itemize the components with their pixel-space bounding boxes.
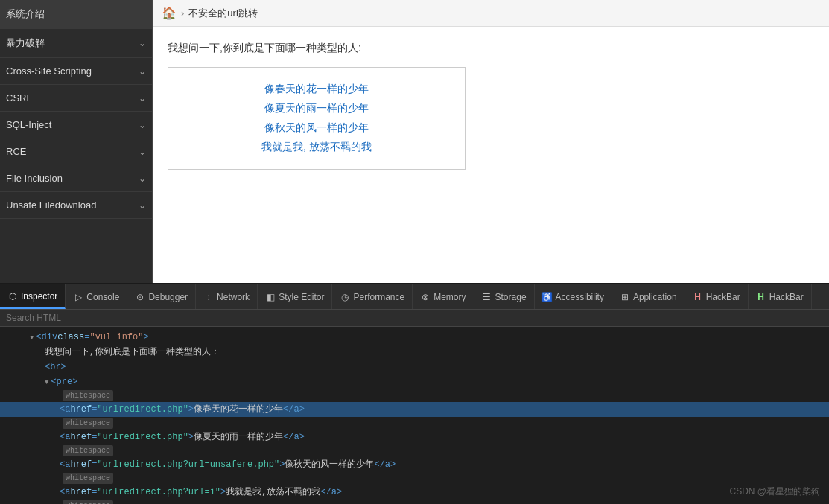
chevron-down-icon: ⌄ <box>139 120 146 130</box>
chevron-down-icon: ⌄ <box>139 200 146 211</box>
option-link-4[interactable]: 我就是我, 放荡不羁的我 <box>198 141 435 154</box>
html-line: whitespace <box>0 444 829 457</box>
tab-style-editor[interactable]: ◧ Style Editor <box>258 284 332 309</box>
tab-hackbar-2-label: HackBar <box>769 292 804 302</box>
chevron-down-icon: ⌄ <box>139 38 146 48</box>
application-icon: ⊞ <box>620 292 630 302</box>
hackbar-icon-1: H <box>693 292 703 302</box>
memory-icon: ⊗ <box>420 292 431 302</box>
search-bar <box>0 310 829 327</box>
page-title: 不安全的url跳转 <box>188 7 257 20</box>
tab-hackbar-1[interactable]: H HackBar <box>685 284 749 309</box>
breadcrumb: 🏠 › 不安全的url跳转 <box>153 0 829 27</box>
tab-application[interactable]: ⊞ Application <box>612 284 685 309</box>
chevron-down-icon: ⌄ <box>139 147 146 157</box>
sidebar-item-label: CSRF <box>6 92 32 103</box>
tab-style-editor-label: Style Editor <box>279 292 324 302</box>
tab-memory-label: Memory <box>433 292 466 302</box>
html-line: <br> <box>0 360 829 374</box>
tab-application-label: Application <box>633 292 677 302</box>
expand-icon[interactable] <box>30 331 36 344</box>
hackbar-icon-2: H <box>756 292 766 302</box>
debugger-icon: ⊙ <box>135 292 145 302</box>
whitespace-badge: whitespace <box>63 418 113 429</box>
tab-network-label: Network <box>217 292 250 302</box>
watermark: CSDN @看星狸的柴狗 <box>729 485 820 498</box>
tab-accessibility[interactable]: ♿ Accessibility <box>535 284 612 309</box>
breadcrumb-separator: › <box>181 7 184 19</box>
style-editor-icon: ◧ <box>265 292 276 302</box>
chevron-down-icon: ⌄ <box>139 66 146 77</box>
tab-performance-label: Performance <box>353 292 404 302</box>
inspector-icon: ⬡ <box>7 291 18 302</box>
tab-network[interactable]: ↕ Network <box>196 284 258 309</box>
chevron-down-icon: ⌄ <box>139 173 146 184</box>
whitespace-badge: whitespace <box>63 390 113 401</box>
page-question: 我想问一下,你到底是下面哪一种类型的人: <box>168 42 814 55</box>
sidebar-item-intro[interactable]: 系统介绍 <box>0 0 152 29</box>
html-line: <a href="urlredirect.php">像夏天的雨一样的少年</a> <box>0 430 829 444</box>
home-icon[interactable]: 🏠 <box>162 6 177 20</box>
sidebar-item-label: Cross-Site Scripting <box>6 66 92 77</box>
sidebar: 系统介绍 暴力破解 ⌄ Cross-Site Scripting ⌄ CSRF … <box>0 0 153 283</box>
html-line: <a href="urlredirect.php?url=unsafere.ph… <box>0 457 829 472</box>
chevron-down-icon: ⌄ <box>139 93 146 103</box>
sidebar-item-label: SQL-Inject <box>6 119 51 130</box>
network-icon: ↕ <box>203 292 214 302</box>
sidebar-item-fileinclusion[interactable]: File Inclusion ⌄ <box>0 165 152 192</box>
tab-hackbar-2[interactable]: H HackBar <box>749 284 812 309</box>
search-input[interactable] <box>6 313 155 323</box>
tab-inspector[interactable]: ⬡ Inspector <box>0 284 66 309</box>
main-content: 🏠 › 不安全的url跳转 我想问一下,你到底是下面哪一种类型的人: 像春天的花… <box>153 0 829 283</box>
whitespace-badge: whitespace <box>63 500 113 504</box>
tab-performance[interactable]: ◷ Performance <box>332 284 413 309</box>
storage-icon: ☰ <box>482 292 492 302</box>
accessibility-icon: ♿ <box>542 292 553 302</box>
tab-debugger-label: Debugger <box>148 292 188 302</box>
whitespace-badge: whitespace <box>63 445 113 456</box>
devtools-tabs: ⬡ Inspector ▷ Console ⊙ Debugger ↕ Netwo… <box>0 283 829 310</box>
option-link-1[interactable]: 像春天的花一样的少年 <box>198 83 435 96</box>
sidebar-item-label: 系统介绍 <box>6 7 45 21</box>
html-line: <pre> <box>0 374 829 389</box>
html-line: whitespace <box>0 417 829 430</box>
sidebar-item-label: RCE <box>6 146 26 157</box>
html-line: <div class="vul info"> <box>0 330 829 345</box>
sidebar-item-rce[interactable]: RCE ⌄ <box>0 138 152 165</box>
expand-icon[interactable] <box>45 375 51 389</box>
html-inspector: <div class="vul info"> 我想问一下,你到底是下面哪一种类型… <box>0 327 829 504</box>
html-line: <a href="urlredirect.php?url=i">我就是我,放荡不… <box>0 485 829 500</box>
tab-console[interactable]: ▷ Console <box>66 284 127 309</box>
tab-storage[interactable]: ☰ Storage <box>474 284 535 309</box>
performance-icon: ◷ <box>340 292 350 302</box>
html-line: whitespace <box>0 500 829 504</box>
tab-hackbar-1-label: HackBar <box>706 292 740 302</box>
whitespace-badge: whitespace <box>63 473 113 484</box>
sidebar-item-label: Unsafe Filedownload <box>6 200 96 211</box>
sidebar-item-xss[interactable]: Cross-Site Scripting ⌄ <box>0 58 152 85</box>
page-body: 我想问一下,你到底是下面哪一种类型的人: 像春天的花一样的少年 像夏天的雨一样的… <box>153 27 829 185</box>
tab-storage-label: Storage <box>495 292 527 302</box>
sidebar-item-csrf[interactable]: CSRF ⌄ <box>0 85 152 112</box>
tab-inspector-label: Inspector <box>21 291 57 302</box>
devtools-panel: <div class="vul info"> 我想问一下,你到底是下面哪一种类型… <box>0 310 829 504</box>
sidebar-item-label: File Inclusion <box>6 173 63 184</box>
sidebar-item-label: 暴力破解 <box>6 36 45 50</box>
sidebar-item-sqlinject[interactable]: SQL-Inject ⌄ <box>0 112 152 138</box>
sidebar-item-bruteforce[interactable]: 暴力破解 ⌄ <box>0 29 152 58</box>
tab-accessibility-label: Accessibility <box>556 292 604 302</box>
html-line: <a href="urlredirect.php">像春天的花一样的少年</a> <box>0 402 829 417</box>
tab-memory[interactable]: ⊗ Memory <box>413 284 474 309</box>
tab-debugger[interactable]: ⊙ Debugger <box>127 284 196 309</box>
html-line: whitespace <box>0 389 829 402</box>
tab-console-label: Console <box>86 292 119 302</box>
html-line: whitespace <box>0 472 829 485</box>
sidebar-item-filedownload[interactable]: Unsafe Filedownload ⌄ <box>0 192 152 219</box>
console-icon: ▷ <box>73 292 83 302</box>
option-link-3[interactable]: 像秋天的风一样的少年 <box>198 121 435 135</box>
option-link-2[interactable]: 像夏天的雨一样的少年 <box>198 102 435 115</box>
options-box: 像春天的花一样的少年 像夏天的雨一样的少年 像秋天的风一样的少年 我就是我, 放… <box>168 67 466 170</box>
html-line: 我想问一下,你到底是下面哪一种类型的人： <box>0 345 829 360</box>
browser-area: 系统介绍 暴力破解 ⌄ Cross-Site Scripting ⌄ CSRF … <box>0 0 829 283</box>
